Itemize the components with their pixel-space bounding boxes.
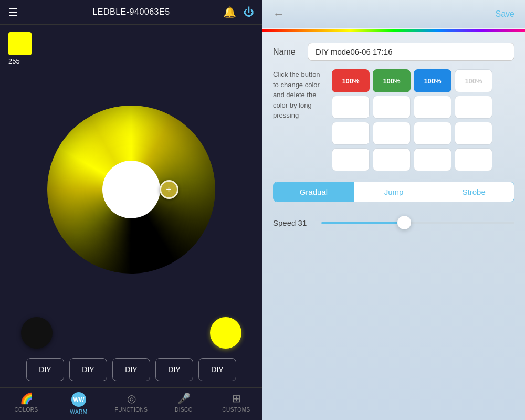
yellow-circle[interactable] (210, 317, 242, 349)
tab-strobe[interactable]: Strobe (434, 182, 514, 202)
color-slots-section: Click the button to change color and del… (273, 69, 514, 171)
nav-item-colors[interactable]: 🌈 COLORS (0, 392, 52, 415)
color-row-2 (332, 96, 492, 119)
right-content: Name Click the button to change color an… (262, 32, 525, 241)
disco-icon: 🎤 (177, 392, 191, 405)
color-wheel[interactable]: + (47, 106, 215, 274)
nav-label-customs: CUSTOMS (222, 407, 250, 413)
nav-label-colors: COLORS (14, 407, 38, 413)
customs-icon: ⊞ (232, 392, 241, 405)
colors-icon: 🌈 (20, 392, 33, 405)
power-icon[interactable]: ⏻ (244, 6, 254, 18)
speed-row: Speed 31 (273, 215, 514, 230)
nav-item-functions[interactable]: ◎ FUNCTIONS (105, 392, 158, 415)
left-header: ☰ LEDBLE-940063E5 🔔 ⏻ (0, 0, 262, 25)
slider-container[interactable] (321, 215, 514, 230)
color-slot-red[interactable]: 100% (332, 69, 370, 92)
tab-gradual[interactable]: Gradual (274, 182, 354, 202)
menu-icon[interactable]: ☰ (8, 6, 18, 18)
diy-button-3[interactable]: DIY (112, 358, 150, 381)
color-indicator-area: 255 (0, 25, 262, 67)
color-slot-empty-7[interactable] (373, 122, 411, 145)
nav-item-warm[interactable]: WW WARM (52, 392, 105, 415)
color-value: 255 (8, 57, 20, 65)
warm-circle: WW (71, 392, 86, 407)
save-button[interactable]: Save (496, 9, 514, 19)
mode-tabs: Gradual Jump Strobe (273, 182, 514, 202)
color-slot-empty-8[interactable] (414, 122, 452, 145)
nav-label-warm: WARM (70, 409, 87, 415)
name-label: Name (273, 47, 299, 57)
diy-button-5[interactable]: DIY (198, 358, 236, 381)
tab-jump[interactable]: Jump (354, 182, 434, 202)
color-slot-empty-2[interactable] (332, 96, 370, 119)
diy-buttons-row: DIY DIY DIY DIY DIY (0, 354, 262, 387)
color-slot-empty-12[interactable] (414, 148, 452, 171)
color-grid: 100% 100% 100% 100% (332, 69, 492, 171)
diy-button-1[interactable]: DIY (26, 358, 64, 381)
color-slot-green[interactable]: 100% (373, 69, 411, 92)
color-slot-empty-1[interactable]: 100% (455, 69, 492, 92)
slider-track (321, 222, 514, 224)
color-row-3 (332, 122, 492, 145)
color-slot-empty-11[interactable] (373, 148, 411, 171)
slider-thumb[interactable] (397, 216, 411, 229)
color-row-4 (332, 148, 492, 171)
diy-button-4[interactable]: DIY (155, 358, 193, 381)
name-input[interactable] (308, 43, 514, 61)
color-slot-empty-10[interactable] (332, 148, 370, 171)
color-wheel-container[interactable]: + (0, 67, 262, 312)
diy-button-2[interactable]: DIY (69, 358, 107, 381)
bottom-circles (0, 312, 262, 354)
device-title: LEDBLE-940063E5 (92, 7, 170, 17)
right-panel: ← Save Name Click the button to change c… (262, 0, 525, 420)
wheel-handle[interactable]: + (160, 180, 178, 199)
nav-item-disco[interactable]: 🎤 DISCO (158, 392, 210, 415)
color-row-1: 100% 100% 100% 100% (332, 69, 492, 92)
speed-label: Speed 31 (273, 218, 315, 227)
color-slot-blue[interactable]: 100% (414, 69, 452, 92)
back-button[interactable]: ← (273, 7, 285, 21)
right-header: ← Save (262, 0, 525, 29)
instruction-text: Click the button to change color and del… (273, 69, 326, 121)
color-slot-empty-5[interactable] (455, 96, 492, 119)
color-slot-empty-4[interactable] (414, 96, 452, 119)
nav-label-disco: DISCO (175, 407, 193, 413)
left-panel: ☰ LEDBLE-940063E5 🔔 ⏻ 255 + DIY DIY DIY … (0, 0, 262, 420)
color-slot-empty-6[interactable] (332, 122, 370, 145)
color-swatch[interactable] (8, 32, 32, 55)
color-slot-empty-3[interactable] (373, 96, 411, 119)
black-circle[interactable] (21, 317, 52, 349)
nav-label-functions: FUNCTIONS (115, 407, 148, 413)
name-row: Name (273, 43, 514, 61)
alarm-icon[interactable]: 🔔 (223, 6, 236, 18)
color-slot-empty-13[interactable] (455, 148, 492, 171)
nav-item-customs[interactable]: ⊞ CUSTOMS (210, 392, 262, 415)
bottom-nav: 🌈 COLORS WW WARM ◎ FUNCTIONS 🎤 DISCO ⊞ C… (0, 387, 262, 420)
header-icons: 🔔 ⏻ (223, 6, 254, 18)
functions-icon: ◎ (127, 392, 136, 405)
color-slot-empty-9[interactable] (455, 122, 492, 145)
